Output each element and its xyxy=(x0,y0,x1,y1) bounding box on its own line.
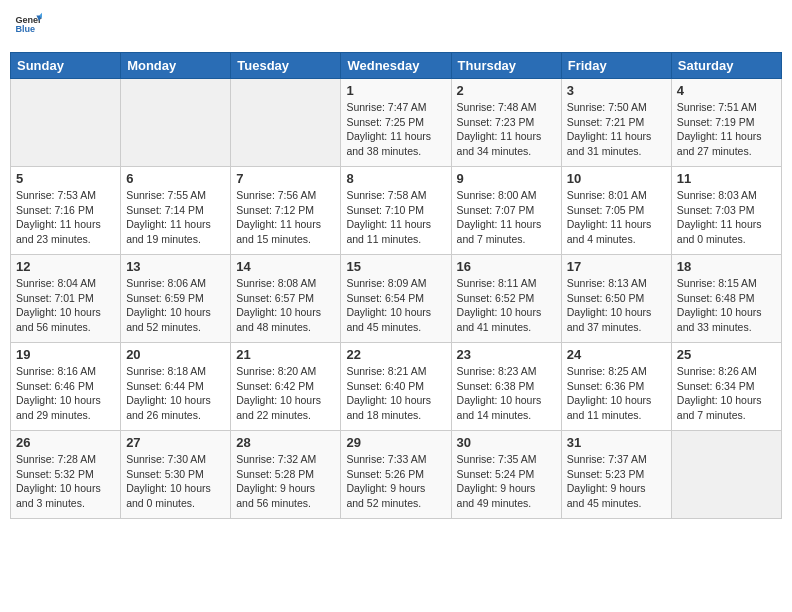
day-number: 31 xyxy=(567,435,666,450)
day-number: 24 xyxy=(567,347,666,362)
day-info: Sunrise: 7:48 AM Sunset: 7:23 PM Dayligh… xyxy=(457,100,556,159)
day-info: Sunrise: 8:15 AM Sunset: 6:48 PM Dayligh… xyxy=(677,276,776,335)
day-number: 13 xyxy=(126,259,225,274)
day-number: 25 xyxy=(677,347,776,362)
day-info: Sunrise: 8:13 AM Sunset: 6:50 PM Dayligh… xyxy=(567,276,666,335)
calendar-week-row: 12Sunrise: 8:04 AM Sunset: 7:01 PM Dayli… xyxy=(11,255,782,343)
day-number: 28 xyxy=(236,435,335,450)
calendar-day-cell: 5Sunrise: 7:53 AM Sunset: 7:16 PM Daylig… xyxy=(11,167,121,255)
svg-text:Blue: Blue xyxy=(15,24,35,34)
calendar-day-cell: 10Sunrise: 8:01 AM Sunset: 7:05 PM Dayli… xyxy=(561,167,671,255)
weekday-header: Monday xyxy=(121,53,231,79)
calendar-day-cell xyxy=(11,79,121,167)
calendar-header: SundayMondayTuesdayWednesdayThursdayFrid… xyxy=(11,53,782,79)
calendar-day-cell: 12Sunrise: 8:04 AM Sunset: 7:01 PM Dayli… xyxy=(11,255,121,343)
day-number: 15 xyxy=(346,259,445,274)
day-info: Sunrise: 7:37 AM Sunset: 5:23 PM Dayligh… xyxy=(567,452,666,511)
day-info: Sunrise: 7:28 AM Sunset: 5:32 PM Dayligh… xyxy=(16,452,115,511)
calendar-day-cell: 3Sunrise: 7:50 AM Sunset: 7:21 PM Daylig… xyxy=(561,79,671,167)
calendar-day-cell: 13Sunrise: 8:06 AM Sunset: 6:59 PM Dayli… xyxy=(121,255,231,343)
calendar-day-cell: 28Sunrise: 7:32 AM Sunset: 5:28 PM Dayli… xyxy=(231,431,341,519)
weekday-header: Saturday xyxy=(671,53,781,79)
calendar-day-cell: 17Sunrise: 8:13 AM Sunset: 6:50 PM Dayli… xyxy=(561,255,671,343)
day-number: 5 xyxy=(16,171,115,186)
calendar-day-cell: 14Sunrise: 8:08 AM Sunset: 6:57 PM Dayli… xyxy=(231,255,341,343)
calendar-day-cell xyxy=(121,79,231,167)
calendar-day-cell: 21Sunrise: 8:20 AM Sunset: 6:42 PM Dayli… xyxy=(231,343,341,431)
day-number: 18 xyxy=(677,259,776,274)
day-number: 12 xyxy=(16,259,115,274)
day-number: 29 xyxy=(346,435,445,450)
day-number: 16 xyxy=(457,259,556,274)
logo: General Blue xyxy=(10,10,40,42)
day-info: Sunrise: 8:16 AM Sunset: 6:46 PM Dayligh… xyxy=(16,364,115,423)
day-number: 4 xyxy=(677,83,776,98)
calendar-day-cell: 16Sunrise: 8:11 AM Sunset: 6:52 PM Dayli… xyxy=(451,255,561,343)
weekday-header: Tuesday xyxy=(231,53,341,79)
calendar-day-cell: 29Sunrise: 7:33 AM Sunset: 5:26 PM Dayli… xyxy=(341,431,451,519)
day-number: 26 xyxy=(16,435,115,450)
day-info: Sunrise: 8:18 AM Sunset: 6:44 PM Dayligh… xyxy=(126,364,225,423)
calendar-day-cell: 26Sunrise: 7:28 AM Sunset: 5:32 PM Dayli… xyxy=(11,431,121,519)
day-info: Sunrise: 7:51 AM Sunset: 7:19 PM Dayligh… xyxy=(677,100,776,159)
calendar-day-cell: 11Sunrise: 8:03 AM Sunset: 7:03 PM Dayli… xyxy=(671,167,781,255)
calendar-week-row: 19Sunrise: 8:16 AM Sunset: 6:46 PM Dayli… xyxy=(11,343,782,431)
day-info: Sunrise: 7:32 AM Sunset: 5:28 PM Dayligh… xyxy=(236,452,335,511)
calendar-day-cell: 1Sunrise: 7:47 AM Sunset: 7:25 PM Daylig… xyxy=(341,79,451,167)
day-number: 9 xyxy=(457,171,556,186)
day-number: 10 xyxy=(567,171,666,186)
day-number: 19 xyxy=(16,347,115,362)
day-number: 23 xyxy=(457,347,556,362)
day-info: Sunrise: 8:00 AM Sunset: 7:07 PM Dayligh… xyxy=(457,188,556,247)
day-info: Sunrise: 8:26 AM Sunset: 6:34 PM Dayligh… xyxy=(677,364,776,423)
calendar-week-row: 26Sunrise: 7:28 AM Sunset: 5:32 PM Dayli… xyxy=(11,431,782,519)
calendar-day-cell: 15Sunrise: 8:09 AM Sunset: 6:54 PM Dayli… xyxy=(341,255,451,343)
day-number: 2 xyxy=(457,83,556,98)
day-number: 1 xyxy=(346,83,445,98)
calendar-day-cell: 7Sunrise: 7:56 AM Sunset: 7:12 PM Daylig… xyxy=(231,167,341,255)
calendar-table: SundayMondayTuesdayWednesdayThursdayFrid… xyxy=(10,52,782,519)
day-info: Sunrise: 7:55 AM Sunset: 7:14 PM Dayligh… xyxy=(126,188,225,247)
calendar-day-cell: 8Sunrise: 7:58 AM Sunset: 7:10 PM Daylig… xyxy=(341,167,451,255)
day-info: Sunrise: 7:53 AM Sunset: 7:16 PM Dayligh… xyxy=(16,188,115,247)
calendar-day-cell: 31Sunrise: 7:37 AM Sunset: 5:23 PM Dayli… xyxy=(561,431,671,519)
calendar-day-cell: 9Sunrise: 8:00 AM Sunset: 7:07 PM Daylig… xyxy=(451,167,561,255)
day-info: Sunrise: 8:20 AM Sunset: 6:42 PM Dayligh… xyxy=(236,364,335,423)
day-number: 11 xyxy=(677,171,776,186)
day-number: 17 xyxy=(567,259,666,274)
calendar-day-cell: 25Sunrise: 8:26 AM Sunset: 6:34 PM Dayli… xyxy=(671,343,781,431)
calendar-day-cell: 30Sunrise: 7:35 AM Sunset: 5:24 PM Dayli… xyxy=(451,431,561,519)
day-number: 6 xyxy=(126,171,225,186)
day-info: Sunrise: 7:50 AM Sunset: 7:21 PM Dayligh… xyxy=(567,100,666,159)
calendar-week-row: 5Sunrise: 7:53 AM Sunset: 7:16 PM Daylig… xyxy=(11,167,782,255)
day-info: Sunrise: 8:09 AM Sunset: 6:54 PM Dayligh… xyxy=(346,276,445,335)
day-info: Sunrise: 7:30 AM Sunset: 5:30 PM Dayligh… xyxy=(126,452,225,511)
day-number: 8 xyxy=(346,171,445,186)
logo-icon: General Blue xyxy=(14,10,42,38)
weekday-header: Friday xyxy=(561,53,671,79)
day-info: Sunrise: 8:06 AM Sunset: 6:59 PM Dayligh… xyxy=(126,276,225,335)
day-info: Sunrise: 7:47 AM Sunset: 7:25 PM Dayligh… xyxy=(346,100,445,159)
calendar-day-cell xyxy=(671,431,781,519)
day-info: Sunrise: 8:11 AM Sunset: 6:52 PM Dayligh… xyxy=(457,276,556,335)
calendar-week-row: 1Sunrise: 7:47 AM Sunset: 7:25 PM Daylig… xyxy=(11,79,782,167)
calendar-day-cell: 4Sunrise: 7:51 AM Sunset: 7:19 PM Daylig… xyxy=(671,79,781,167)
calendar-day-cell: 6Sunrise: 7:55 AM Sunset: 7:14 PM Daylig… xyxy=(121,167,231,255)
day-number: 27 xyxy=(126,435,225,450)
calendar-day-cell: 24Sunrise: 8:25 AM Sunset: 6:36 PM Dayli… xyxy=(561,343,671,431)
day-info: Sunrise: 8:25 AM Sunset: 6:36 PM Dayligh… xyxy=(567,364,666,423)
calendar-day-cell: 22Sunrise: 8:21 AM Sunset: 6:40 PM Dayli… xyxy=(341,343,451,431)
calendar-day-cell: 27Sunrise: 7:30 AM Sunset: 5:30 PM Dayli… xyxy=(121,431,231,519)
calendar-day-cell: 20Sunrise: 8:18 AM Sunset: 6:44 PM Dayli… xyxy=(121,343,231,431)
day-info: Sunrise: 8:21 AM Sunset: 6:40 PM Dayligh… xyxy=(346,364,445,423)
day-info: Sunrise: 8:03 AM Sunset: 7:03 PM Dayligh… xyxy=(677,188,776,247)
calendar-day-cell: 19Sunrise: 8:16 AM Sunset: 6:46 PM Dayli… xyxy=(11,343,121,431)
calendar-day-cell: 18Sunrise: 8:15 AM Sunset: 6:48 PM Dayli… xyxy=(671,255,781,343)
page-header: General Blue xyxy=(10,10,782,42)
weekday-header: Sunday xyxy=(11,53,121,79)
day-info: Sunrise: 8:01 AM Sunset: 7:05 PM Dayligh… xyxy=(567,188,666,247)
day-number: 20 xyxy=(126,347,225,362)
day-info: Sunrise: 7:56 AM Sunset: 7:12 PM Dayligh… xyxy=(236,188,335,247)
day-number: 22 xyxy=(346,347,445,362)
day-info: Sunrise: 7:58 AM Sunset: 7:10 PM Dayligh… xyxy=(346,188,445,247)
